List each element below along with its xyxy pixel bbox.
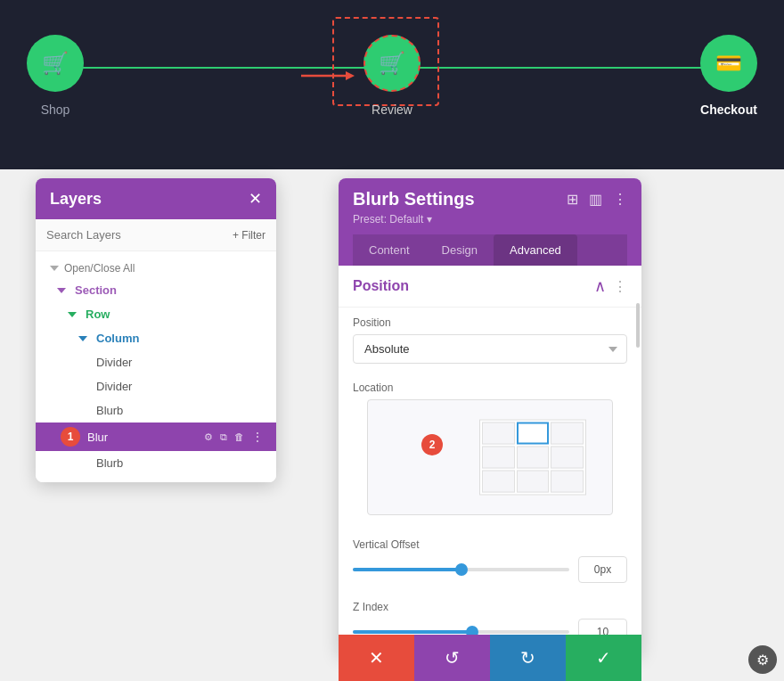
vertical-offset-slider-row: 0px — [353, 556, 627, 583]
step-circle-shop[interactable]: 🛒 — [27, 35, 84, 92]
grid-cell-2-2[interactable] — [551, 471, 584, 493]
vertical-offset-label: Vertical Offset — [353, 538, 627, 551]
vertical-offset-value[interactable]: 0px — [578, 556, 627, 583]
layer-item-row[interactable]: Row ⚙ ⧉ 🗑 ⋮ — [36, 302, 276, 326]
preset-label[interactable]: Preset: Default ▾ — [353, 213, 627, 226]
step-circle-checkout[interactable]: 💳 — [700, 35, 757, 92]
grid-cell-0-0[interactable] — [482, 423, 515, 445]
tab-content[interactable]: Content — [353, 234, 426, 266]
layer-badge-1: 1 — [61, 427, 80, 447]
settings-icon-more[interactable]: ⋮ — [613, 191, 627, 208]
b2-duplicate-icon[interactable]: ⧉ — [218, 430, 229, 445]
d2-more-icon[interactable]: ⋮ — [249, 380, 265, 394]
row-settings-icon[interactable]: ⚙ — [202, 307, 215, 322]
col-delete-icon[interactable]: 🗑 — [233, 332, 246, 346]
row-duplicate-icon[interactable]: ⧉ — [218, 307, 229, 322]
section-delete-icon[interactable]: 🗑 — [233, 283, 246, 298]
grid-cell-2-0[interactable] — [482, 471, 515, 493]
b1-settings-icon[interactable]: ⚙ — [202, 403, 215, 418]
layer-item-blurb3[interactable]: Blurb ⚙ ⧉ 🗑 ⋮ — [36, 451, 276, 475]
tab-advanced[interactable]: Advanced — [494, 234, 577, 266]
col-duplicate-icon[interactable]: ⧉ — [218, 331, 229, 346]
row-delete-icon[interactable]: 🗑 — [233, 308, 246, 322]
b3-more-icon[interactable]: ⋮ — [249, 456, 265, 471]
d1-more-icon[interactable]: ⋮ — [249, 356, 265, 370]
location-inner-grid — [479, 420, 586, 496]
step-label-review: Review — [372, 103, 412, 117]
layer-item-divider1[interactable]: Divider ⚙ ⧉ 🗑 ⋮ — [36, 350, 276, 374]
col-expand-icon — [78, 336, 87, 341]
delete-button[interactable]: ✕ — [339, 635, 414, 681]
section-settings-icon[interactable]: ⚙ — [202, 283, 215, 298]
review-icon: 🛒 — [379, 51, 405, 76]
redo-button[interactable]: ↻ — [490, 635, 566, 681]
step-circle-review[interactable]: 🛒 — [363, 35, 421, 92]
grid-cell-0-1[interactable] — [517, 423, 550, 445]
z-index-track — [353, 630, 569, 634]
layer-item-section[interactable]: Section ⚙ ⧉ 🗑 ⋮ — [36, 278, 276, 302]
grid-cell-1-0[interactable] — [482, 447, 515, 469]
location-grid[interactable]: 2 — [367, 399, 613, 515]
vertical-offset-thumb[interactable] — [455, 563, 468, 576]
svg-marker-1 — [346, 71, 355, 80]
undo-button[interactable]: ↺ — [414, 635, 490, 681]
position-section-title: Position — [353, 278, 409, 294]
layers-search-input[interactable] — [46, 228, 189, 242]
workflow-step-checkout: 💳 Checkout — [700, 35, 757, 117]
b2-more-icon[interactable]: ⋮ — [249, 430, 265, 444]
collapse-icon[interactable]: ∧ — [594, 276, 606, 296]
location-badge-2: 2 — [421, 434, 443, 455]
scrollbar-thumb[interactable] — [636, 303, 640, 348]
layer-item-blurb2[interactable]: 1 Blur ⚙ ⧉ 🗑 ⋮ — [36, 423, 276, 451]
layer-item-blurb1[interactable]: Blurb ⚙ ⧉ 🗑 ⋮ — [36, 398, 276, 423]
col-more-icon[interactable]: ⋮ — [249, 332, 265, 346]
settings-icon-expand[interactable]: ⊞ — [567, 191, 578, 208]
settings-icon-columns[interactable]: ▥ — [589, 191, 602, 208]
section-header-icons: ∧ ⋮ — [594, 276, 627, 296]
b1-more-icon[interactable]: ⋮ — [249, 404, 265, 418]
b1-delete-icon[interactable]: 🗑 — [233, 404, 246, 418]
col-settings-icon[interactable]: ⚙ — [202, 331, 215, 346]
section-duplicate-icon[interactable]: ⧉ — [218, 283, 229, 298]
b3-delete-icon[interactable]: 🗑 — [233, 456, 246, 471]
open-close-all[interactable]: Open/Close All — [36, 258, 276, 278]
blurb2-label: Blur — [87, 431, 142, 444]
filter-button[interactable]: + Filter — [233, 229, 265, 242]
layer-item-column[interactable]: Column ⚙ ⧉ 🗑 ⋮ — [36, 326, 276, 350]
tab-design[interactable]: Design — [426, 234, 494, 266]
blurb2-actions: ⚙ ⧉ 🗑 ⋮ — [202, 430, 265, 445]
b2-settings-icon[interactable]: ⚙ — [202, 430, 215, 445]
confirm-button[interactable]: ✓ — [566, 635, 641, 681]
section-more-icon[interactable]: ⋮ — [249, 283, 265, 298]
expand-arrow-icon — [50, 266, 59, 271]
d2-duplicate-icon[interactable]: ⧉ — [218, 379, 229, 394]
action-bar: ✕ ↺ ↻ ✓ — [339, 635, 641, 681]
row-more-icon[interactable]: ⋮ — [249, 308, 265, 322]
b3-settings-icon[interactable]: ⚙ — [202, 455, 215, 471]
d2-delete-icon[interactable]: 🗑 — [233, 380, 246, 394]
grid-cell-0-2[interactable] — [551, 423, 584, 445]
undo-icon: ↺ — [445, 647, 460, 669]
layer-item-divider2[interactable]: Divider ⚙ ⧉ 🗑 ⋮ — [36, 374, 276, 398]
vertical-offset-field: Vertical Offset 0px — [339, 529, 641, 592]
d1-delete-icon[interactable]: 🗑 — [233, 356, 246, 370]
d1-settings-icon[interactable]: ⚙ — [202, 355, 215, 370]
grid-cell-1-2[interactable] — [551, 447, 584, 469]
b2-delete-icon[interactable]: 🗑 — [233, 430, 246, 444]
layers-close-button[interactable]: ✕ — [249, 189, 262, 209]
settings-title: Blurb Settings — [353, 189, 475, 209]
position-more-icon[interactable]: ⋮ — [613, 278, 627, 295]
grid-cell-2-1[interactable] — [517, 471, 550, 493]
b3-duplicate-icon[interactable]: ⧉ — [218, 455, 229, 471]
position-select[interactable]: Absolute — [353, 334, 627, 364]
gear-icon: ⚙ — [756, 652, 769, 669]
z-index-label: Z Index — [353, 601, 627, 613]
settings-header: Blurb Settings ⊞ ▥ ⋮ Preset: Default ▾ C… — [339, 178, 641, 266]
d1-duplicate-icon[interactable]: ⧉ — [218, 355, 229, 370]
layers-search-bar: + Filter — [36, 219, 276, 251]
layers-title: Layers — [50, 190, 102, 209]
b1-duplicate-icon[interactable]: ⧉ — [218, 403, 229, 418]
grid-cell-1-1[interactable] — [517, 447, 550, 469]
d2-settings-icon[interactable]: ⚙ — [202, 379, 215, 394]
corner-gear-icon[interactable]: ⚙ — [748, 645, 777, 674]
